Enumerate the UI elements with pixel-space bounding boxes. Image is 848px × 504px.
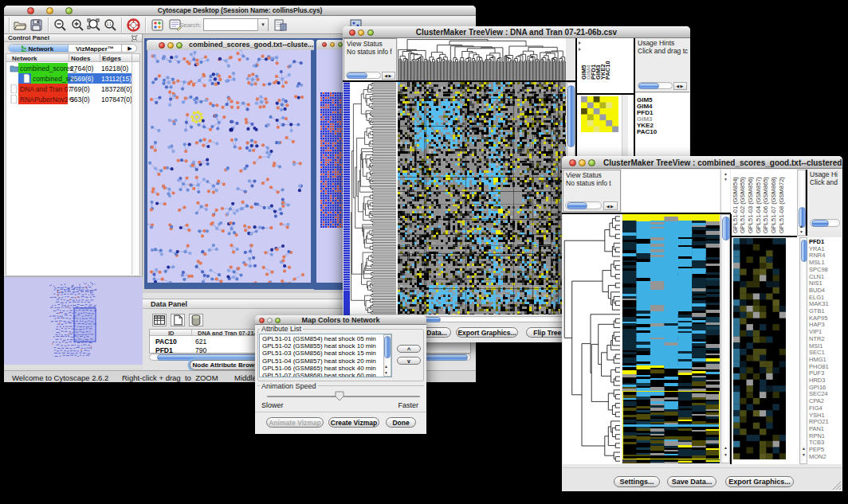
svg-text:GPL51-07 (GSM868): GPL51-07 (GSM868) xyxy=(770,177,777,233)
svg-text:1:1: 1:1 xyxy=(107,22,112,26)
svg-text:GPL51-08 (GSM872): GPL51-08 (GSM872) xyxy=(778,177,785,233)
svg-text:GPL51-03 (GSM856): GPL51-03 (GSM856) xyxy=(747,177,754,233)
svg-text:PAC10: PAC10 xyxy=(604,61,611,80)
svg-text:GPL51-02 (GSM855): GPL51-02 (GSM855) xyxy=(739,177,746,233)
svg-text:GPL51-06 (GSM865): GPL51-06 (GSM865) xyxy=(762,177,769,233)
svg-text:GPL51-01 (GSM854): GPL51-01 (GSM854) xyxy=(732,177,739,233)
svg-text:GPL51-04 (GSM857): GPL51-04 (GSM857) xyxy=(755,177,762,233)
